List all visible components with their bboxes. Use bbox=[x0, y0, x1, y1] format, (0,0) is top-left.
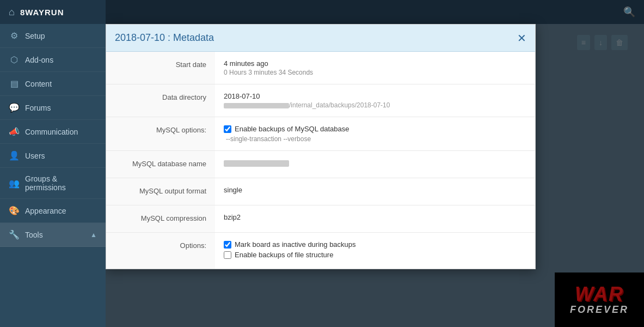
enable-file-structure-label: Enable backups of file structure bbox=[235, 251, 333, 259]
sidebar-item-tools[interactable]: 🔧 Tools ▲ bbox=[0, 223, 106, 247]
mysql-options-value: Enable backups of MySQL database --singl… bbox=[215, 117, 535, 150]
sidebar-label-appearance: Appearance bbox=[25, 207, 97, 215]
mysql-db-name-label: MySQL database name bbox=[106, 151, 215, 178]
sidebar-label-groups: Groups & permissions bbox=[25, 174, 97, 192]
main-content: 🔍 ≡ ↓ 🗑 WAR FOREVER 2018-07-10 : Metadat… bbox=[106, 0, 644, 327]
mark-board-checkbox[interactable] bbox=[224, 241, 231, 249]
enable-file-structure-checkbox[interactable] bbox=[224, 251, 231, 259]
mysql-enable-checkbox[interactable] bbox=[224, 125, 231, 133]
mysql-compression-label: MySQL compression bbox=[106, 205, 215, 232]
sidebar-label-addons: Add-ons bbox=[25, 56, 97, 64]
enable-file-structure-checkbox-row: Enable backups of file structure bbox=[224, 251, 526, 259]
communication-icon: 📣 bbox=[9, 126, 20, 137]
app-icon: ⌂ bbox=[9, 7, 15, 18]
mysql-db-name-value bbox=[215, 151, 535, 178]
mysql-options-row: MySQL options: Enable backups of MySQL d… bbox=[106, 117, 535, 151]
options-row: Options: Mark board as inactive during b… bbox=[106, 233, 535, 269]
options-value: Mark board as inactive during backups En… bbox=[215, 233, 535, 269]
start-date-row: Start date 4 minutes ago 0 Hours 3 minut… bbox=[106, 52, 535, 84]
sidebar-label-users: Users bbox=[25, 152, 97, 160]
forums-icon: 💬 bbox=[9, 102, 20, 113]
data-directory-label: Data directory bbox=[106, 84, 215, 117]
mysql-compression-text: bzip2 bbox=[224, 213, 241, 221]
mark-board-label: Mark board as inactive during backups bbox=[235, 240, 356, 249]
mysql-output-format-label: MySQL output format bbox=[106, 178, 215, 205]
mysql-compression-row: MySQL compression bzip2 bbox=[106, 205, 535, 233]
sidebar-item-users[interactable]: 👤 Users bbox=[0, 144, 106, 168]
data-directory-value: 2018-07-10 /internal_data/backups/2018-0… bbox=[215, 84, 535, 117]
sidebar-label-content: Content bbox=[25, 80, 97, 88]
start-date-label: Start date bbox=[106, 52, 215, 84]
users-icon: 👤 bbox=[9, 150, 20, 161]
sidebar-item-communication[interactable]: 📣 Communication bbox=[0, 120, 106, 144]
start-date-text: 4 minutes ago bbox=[224, 59, 526, 68]
sidebar-item-content[interactable]: ▤ Content bbox=[0, 72, 106, 96]
sidebar-label-communication: Communication bbox=[25, 128, 97, 136]
data-directory-text: 2018-07-10 bbox=[224, 92, 526, 100]
data-directory-row: Data directory 2018-07-10 /internal_data… bbox=[106, 84, 535, 117]
sidebar-item-appearance[interactable]: 🎨 Appearance bbox=[0, 199, 106, 223]
mysql-db-name-row: MySQL database name bbox=[106, 151, 535, 178]
sidebar-item-groups[interactable]: 👥 Groups & permissions bbox=[0, 168, 106, 199]
tools-icon: 🔧 bbox=[9, 229, 20, 240]
mysql-compression-value: bzip2 bbox=[215, 205, 535, 232]
modal-overlay: 2018-07-10 : Metadata ✕ Start date 4 min… bbox=[106, 0, 644, 327]
mysql-output-format-text: single bbox=[224, 186, 242, 194]
setup-icon: ⚙ bbox=[9, 31, 20, 41]
sidebar-item-forums[interactable]: 💬 Forums bbox=[0, 96, 106, 120]
mysql-output-format-row: MySQL output format single bbox=[106, 178, 535, 205]
groups-icon: 👥 bbox=[9, 178, 20, 189]
modal-title: 2018-07-10 : Metadata bbox=[115, 32, 214, 44]
mark-board-checkbox-row: Mark board as inactive during backups bbox=[224, 240, 526, 249]
mysql-db-name-redacted bbox=[224, 160, 289, 167]
tools-expand-icon: ▲ bbox=[90, 231, 97, 239]
modal-close-button[interactable]: ✕ bbox=[517, 33, 526, 44]
start-date-secondary: 0 Hours 3 minutes 34 Seconds bbox=[224, 69, 526, 76]
app-title: 8WAYRUN bbox=[20, 8, 64, 17]
mysql-enable-checkbox-row: Enable backups of MySQL database bbox=[224, 125, 526, 133]
mysql-options-text: --single-transaction --verbose bbox=[224, 135, 526, 143]
sidebar-header: ⌂ 8WAYRUN bbox=[0, 0, 106, 24]
sidebar-label-forums: Forums bbox=[25, 104, 97, 112]
data-directory-path: /internal_data/backups/2018-07-10 bbox=[224, 101, 526, 109]
options-label: Options: bbox=[106, 233, 215, 269]
mysql-enable-label: Enable backups of MySQL database bbox=[235, 125, 349, 133]
sidebar-item-addons[interactable]: ⬡ Add-ons bbox=[0, 48, 106, 72]
mysql-output-format-value: single bbox=[215, 178, 535, 205]
addons-icon: ⬡ bbox=[9, 55, 20, 65]
modal-header: 2018-07-10 : Metadata ✕ bbox=[106, 25, 535, 52]
appearance-icon: 🎨 bbox=[9, 205, 20, 216]
sidebar: ⌂ 8WAYRUN ⚙ Setup ⬡ Add-ons ▤ Content 💬 … bbox=[0, 0, 106, 327]
sidebar-label-tools: Tools bbox=[25, 231, 85, 239]
modal-body: Start date 4 minutes ago 0 Hours 3 minut… bbox=[106, 52, 535, 269]
start-date-value: 4 minutes ago 0 Hours 3 minutes 34 Secon… bbox=[215, 52, 535, 84]
sidebar-item-setup[interactable]: ⚙ Setup bbox=[0, 24, 106, 48]
content-icon: ▤ bbox=[9, 78, 20, 89]
sidebar-label-setup: Setup bbox=[25, 32, 97, 40]
mysql-options-label: MySQL options: bbox=[106, 117, 215, 150]
metadata-modal: 2018-07-10 : Metadata ✕ Start date 4 min… bbox=[106, 24, 536, 269]
